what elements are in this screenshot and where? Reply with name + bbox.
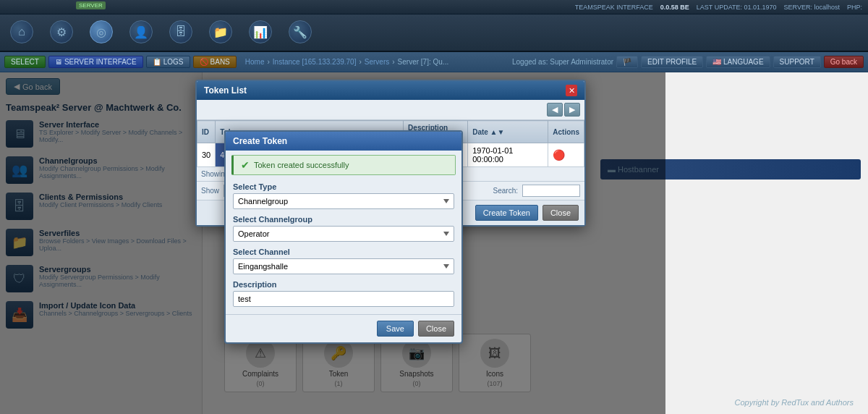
token-list-title-bar: Token List ✕: [197, 81, 584, 100]
server-interface-label: SERVER INTERFACE: [64, 58, 137, 66]
create-modal-bottom: Save Close: [226, 314, 461, 342]
token-list-close-button[interactable]: Close: [542, 205, 579, 221]
php-info: PHP:: [847, 4, 862, 11]
breadcrumb: Home › Instance [165.133.239.70] › Serve…: [239, 58, 509, 66]
select-label: SELECT: [11, 58, 39, 66]
create-token-header: Create Token: [226, 132, 461, 151]
icon-server[interactable]: ◎: [87, 20, 116, 45]
icon-settings[interactable]: ⚙: [47, 20, 76, 45]
server-icon: ◎: [90, 20, 113, 43]
language-flag: 🇺🇸: [712, 58, 721, 66]
support-button[interactable]: SUPPORT: [773, 56, 821, 68]
database-icon: 🗄: [169, 20, 192, 43]
show-label: Show: [201, 187, 219, 195]
settings-icon: ⚙: [50, 20, 73, 43]
top-bar: TEAMSPEAK INTERFACE 0.0.58 BE LAST UPDAT…: [0, 0, 868, 14]
next-page-button[interactable]: ▶: [564, 103, 580, 117]
row-actions: 🔴: [548, 143, 584, 167]
search-label: Search:: [493, 187, 518, 195]
icons-bar: ⌂ ⚙ ◎ 👤 🗄 📁 📊 🔧: [0, 14, 868, 52]
select-channelgroup-label: Select Channelgroup: [233, 215, 454, 224]
version-label: 0.0.58 BE: [660, 4, 689, 11]
col-actions: Actions: [548, 121, 584, 143]
success-message: Token created successfully: [254, 161, 349, 169]
success-icon: ✔: [241, 159, 250, 171]
icon-folder[interactable]: 📁: [206, 20, 235, 45]
tool-icon: 🔧: [289, 20, 312, 43]
col-id: ID: [197, 121, 216, 143]
copyright: Copyright by RedTux and Authors: [735, 398, 854, 407]
create-token-bottom-button[interactable]: Create Token: [475, 205, 538, 221]
right-buttons: Logged as: Super Administrator 🏴 EDIT PR…: [512, 56, 864, 68]
nav-bar: SELECT 🖥 SERVER INTERFACE 📋 LOGS 🚫 BANS …: [0, 52, 868, 72]
prev-page-button[interactable]: ◀: [547, 103, 563, 117]
breadcrumb-server: Server [7]: Qu...: [398, 58, 449, 66]
modal-nav: ◀ ▶: [197, 100, 584, 120]
select-channel-dropdown[interactable]: Eingangshalle: [233, 258, 454, 274]
bans-button[interactable]: 🚫 BANS: [193, 56, 237, 68]
logs-label: LOGS: [163, 58, 184, 66]
col-date: Date ▲▼: [468, 121, 548, 143]
breadcrumb-servers[interactable]: Servers: [365, 58, 389, 66]
folder-icon: 📁: [209, 20, 232, 43]
bans-label: BANS: [210, 58, 230, 66]
icon-users[interactable]: 👤: [127, 20, 156, 45]
create-token-modal: Create Token ✔ Token created successfull…: [224, 130, 463, 344]
server-info: SERVER: localhost: [784, 4, 840, 11]
save-button[interactable]: Save: [377, 321, 414, 337]
flag-icon-btn[interactable]: 🏴: [616, 56, 638, 68]
language-button[interactable]: 🇺🇸 LANGUAGE: [706, 56, 770, 68]
token-list-title: Token List: [204, 85, 247, 96]
chart-icon: 📊: [249, 20, 272, 43]
description-label: Description: [233, 280, 454, 289]
row-date: 1970-01-01 00:00:00: [468, 143, 548, 167]
description-group: Description: [226, 277, 461, 310]
main-content: ◀ Go back Teamspeak² Server @ Machtwerk …: [0, 72, 868, 414]
users-icon: 👤: [129, 20, 153, 43]
create-close-button[interactable]: Close: [418, 321, 454, 337]
row-id: 30: [197, 143, 216, 167]
icon-home[interactable]: ⌂: [7, 20, 36, 45]
breadcrumb-instance[interactable]: Instance [165.133.239.70]: [273, 58, 357, 66]
app-name-label: TEAMSPEAK INTERFACE: [575, 4, 653, 11]
token-list-close-x-button[interactable]: ✕: [566, 85, 577, 96]
select-channelgroup-group: Select Channelgroup Operator: [226, 212, 461, 245]
server-interface-button[interactable]: 🖥 SERVER INTERFACE: [48, 56, 143, 68]
select-channel-group: Select Channel Eingangshalle: [226, 245, 461, 277]
select-channel-label: Select Channel: [233, 248, 454, 256]
breadcrumb-home[interactable]: Home: [245, 58, 265, 66]
server-badge: SERVER: [76, 1, 106, 9]
logged-as-text: Logged as: Super Administrator: [512, 58, 613, 66]
icon-chart[interactable]: 📊: [246, 20, 275, 45]
select-button[interactable]: SELECT: [4, 56, 46, 68]
delete-token-button[interactable]: 🔴: [553, 149, 565, 161]
edit-profile-button[interactable]: EDIT PROFILE: [641, 56, 703, 68]
select-channelgroup-dropdown[interactable]: Operator: [233, 226, 454, 242]
top-bar-info: TEAMSPEAK INTERFACE 0.0.58 BE LAST UPDAT…: [575, 4, 862, 11]
select-type-dropdown[interactable]: Channelgroup Servergroup: [233, 193, 454, 209]
home-icon: ⌂: [10, 20, 33, 43]
select-type-group: Select Type Channelgroup Servergroup: [226, 179, 461, 212]
icon-tool[interactable]: 🔧: [286, 20, 315, 45]
token-search-input[interactable]: [522, 185, 580, 197]
select-type-label: Select Type: [233, 182, 454, 191]
logs-button[interactable]: 📋 LOGS: [146, 56, 190, 68]
logout-button[interactable]: Go back: [824, 56, 864, 68]
last-update-info: LAST UPDATE: 01.01.1970: [697, 4, 777, 11]
success-bar: ✔ Token created successfully: [231, 155, 456, 175]
icon-database[interactable]: 🗄: [166, 20, 195, 45]
description-input[interactable]: [233, 291, 454, 307]
